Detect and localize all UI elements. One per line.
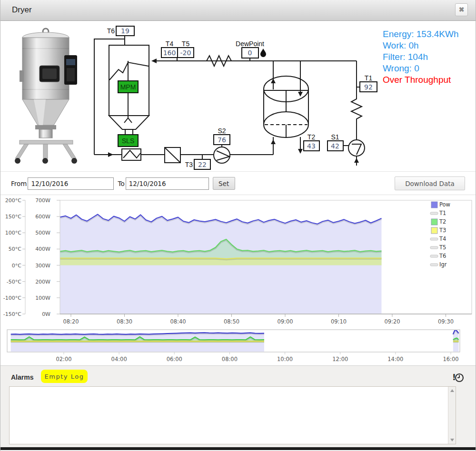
svg-text:200W: 200W bbox=[35, 279, 50, 285]
svg-text:08:50: 08:50 bbox=[224, 318, 239, 325]
sensor-s2: S2 76 bbox=[214, 127, 230, 145]
dewpoint-value: 0 bbox=[248, 49, 252, 57]
sensor-t3: T3 22 bbox=[185, 159, 210, 169]
svg-text:09:00: 09:00 bbox=[277, 318, 293, 325]
svg-text:-100°C: -100°C bbox=[3, 295, 21, 301]
svg-text:700W: 700W bbox=[35, 197, 50, 204]
svg-text:T6: T6 bbox=[439, 253, 446, 259]
alarm-log-box bbox=[9, 386, 456, 444]
t4-value: 160 bbox=[163, 49, 176, 57]
svg-text:T2: T2 bbox=[439, 218, 446, 225]
svg-text:12:00: 12:00 bbox=[332, 356, 348, 363]
sls-label: SLS bbox=[122, 137, 134, 145]
to-label: To bbox=[118, 180, 124, 187]
from-label: From bbox=[11, 180, 27, 187]
alarm-history-button[interactable]: ! bbox=[452, 372, 464, 383]
alarm-log-scrollbar[interactable] bbox=[448, 387, 456, 444]
alarm-log-text[interactable] bbox=[10, 387, 448, 444]
svg-text:16:00: 16:00 bbox=[443, 356, 458, 363]
set-button[interactable]: Set bbox=[213, 177, 235, 190]
scroll-down-icon[interactable] bbox=[448, 436, 456, 444]
svg-text:200°C: 200°C bbox=[5, 197, 21, 204]
energy-stat: Energy: 153.4KWh bbox=[383, 29, 458, 40]
svg-text:0W: 0W bbox=[42, 311, 50, 317]
sensor-t1: T1 92 bbox=[360, 74, 377, 92]
close-icon: ✖ bbox=[459, 6, 465, 13]
sensor-t6: T6 19 bbox=[107, 26, 134, 36]
t2-value: 43 bbox=[307, 142, 316, 150]
s1-value: 42 bbox=[331, 142, 339, 150]
filter-stat: Filter: 104h bbox=[383, 51, 458, 63]
dialog-title: Dryer bbox=[12, 5, 32, 15]
t1-label: T1 bbox=[365, 74, 373, 82]
scroll-up-icon[interactable] bbox=[448, 387, 456, 394]
schematic-section: T6 19 T4 160 T5 -20 DewPoint 0 T1 bbox=[0, 21, 476, 172]
svg-text:08:30: 08:30 bbox=[117, 318, 132, 325]
svg-text:Pow: Pow bbox=[439, 201, 450, 208]
navigator-chart[interactable]: 02:0004:0006:0008:0010:0012:0014:0016:00 bbox=[7, 330, 460, 363]
alarms-section: Alarms Empty Log ! bbox=[0, 365, 476, 447]
s1-label: S1 bbox=[331, 133, 339, 141]
svg-text:08:40: 08:40 bbox=[170, 318, 186, 325]
svg-text:300W: 300W bbox=[35, 263, 50, 269]
empty-log-button[interactable]: Empty Log bbox=[41, 370, 88, 383]
sensor-dewpoint: DewPoint 0 bbox=[236, 40, 266, 58]
chart-section: 200°C150°C100°C50°C0°C-50°C-100°C-150°C7… bbox=[0, 195, 476, 365]
svg-text:T3: T3 bbox=[439, 227, 446, 234]
sensor-t5: T5 -20 bbox=[178, 40, 194, 58]
svg-text:50°C: 50°C bbox=[9, 246, 21, 252]
t6-label: T6 bbox=[107, 27, 115, 35]
t5-label: T5 bbox=[182, 40, 190, 48]
svg-text:0°C: 0°C bbox=[12, 263, 21, 269]
svg-text:-150°C: -150°C bbox=[3, 311, 21, 317]
trend-chart[interactable]: 200°C150°C100°C50°C0°C-50°C-100°C-150°C7… bbox=[0, 195, 476, 365]
from-date-input[interactable] bbox=[28, 177, 114, 190]
svg-text:100W: 100W bbox=[35, 295, 50, 301]
svg-text:T1: T1 bbox=[439, 210, 446, 216]
alarm-history-icon: ! bbox=[452, 372, 464, 383]
alarms-title: Alarms bbox=[11, 373, 33, 381]
title-bar: Dryer ✖ bbox=[0, 0, 476, 21]
close-button[interactable]: ✖ bbox=[455, 3, 468, 16]
dryer-photo bbox=[15, 29, 77, 164]
sensor-s1: S1 42 bbox=[327, 133, 343, 151]
t3-label: T3 bbox=[185, 161, 193, 168]
t2-label: T2 bbox=[307, 133, 316, 141]
wrong-stat: Wrong: 0 bbox=[383, 63, 458, 74]
mpm-label: MPM bbox=[120, 83, 136, 91]
dryer-dialog: { "window": { "title": "Dryer", "close_g… bbox=[0, 0, 476, 451]
sensor-t4: T4 160 bbox=[161, 40, 178, 58]
svg-text:08:20: 08:20 bbox=[63, 318, 79, 325]
svg-text:500W: 500W bbox=[35, 230, 50, 236]
svg-text:400W: 400W bbox=[35, 246, 50, 252]
svg-text:-50°C: -50°C bbox=[7, 279, 21, 285]
sensor-t2: T2 43 bbox=[304, 133, 319, 151]
t4-label: T4 bbox=[166, 40, 174, 48]
main-chart[interactable]: 200°C150°C100°C50°C0°C-50°C-100°C-150°C7… bbox=[3, 197, 472, 325]
svg-text:T5: T5 bbox=[439, 244, 446, 251]
t5-value: -20 bbox=[180, 49, 191, 57]
droplet-icon bbox=[260, 49, 266, 57]
svg-text:Igr: Igr bbox=[439, 261, 447, 268]
svg-text:09:30: 09:30 bbox=[438, 318, 454, 325]
svg-text:02:00: 02:00 bbox=[56, 356, 71, 363]
stats-panel: Energy: 153.4KWh Work: 0h Filter: 104h W… bbox=[383, 29, 458, 86]
svg-text:09:20: 09:20 bbox=[384, 318, 400, 325]
svg-text:150°C: 150°C bbox=[5, 214, 21, 220]
t6-value: 19 bbox=[121, 27, 129, 35]
download-data-button[interactable]: Download Data bbox=[395, 176, 465, 190]
s2-value: 76 bbox=[218, 136, 226, 144]
svg-text:10:00: 10:00 bbox=[277, 356, 293, 363]
mpm-indicator: MPM bbox=[118, 81, 138, 93]
over-throughput-alert: Over Throughput bbox=[383, 74, 458, 86]
to-date-input[interactable] bbox=[126, 177, 209, 190]
svg-text:06:00: 06:00 bbox=[167, 356, 182, 363]
svg-text:09:10: 09:10 bbox=[331, 318, 347, 325]
t3-value: 22 bbox=[198, 161, 207, 168]
bottom-edge bbox=[0, 447, 476, 450]
work-stat: Work: 0h bbox=[383, 40, 458, 51]
svg-text:T4: T4 bbox=[439, 235, 446, 242]
svg-text:04:00: 04:00 bbox=[111, 356, 127, 363]
s2-label: S2 bbox=[218, 127, 226, 135]
svg-text:600W: 600W bbox=[35, 214, 50, 220]
